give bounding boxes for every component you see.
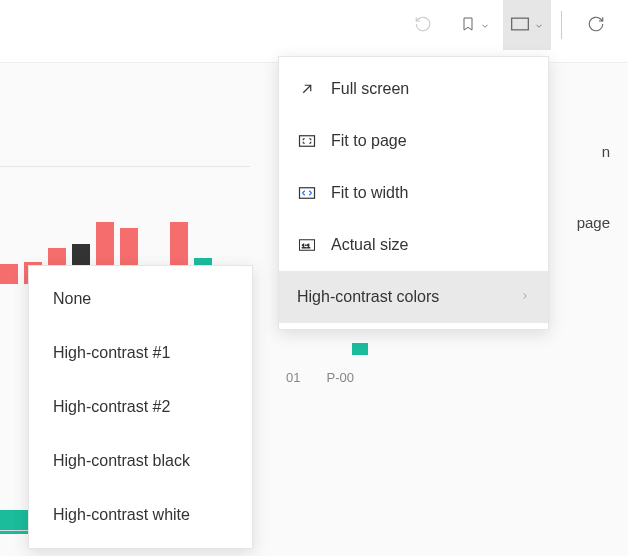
view-menu: Full screen Fit to page Fit to width 1:1… [278, 56, 549, 330]
page-view-icon [510, 16, 530, 35]
menu-label: Actual size [331, 236, 408, 254]
separator [561, 11, 562, 39]
hc-option-none[interactable]: None [29, 272, 252, 326]
hc-option-1[interactable]: High-contrast #1 [29, 326, 252, 380]
menu-label: High-contrast black [53, 452, 190, 470]
chevron-down-icon [480, 17, 490, 34]
svg-text:1:1: 1:1 [302, 243, 311, 249]
refresh-button[interactable] [572, 0, 620, 50]
menu-item-high-contrast[interactable]: High-contrast colors [279, 271, 548, 323]
menu-label: High-contrast #2 [53, 398, 170, 416]
hc-option-black[interactable]: High-contrast black [29, 434, 252, 488]
full-screen-icon [297, 79, 317, 99]
menu-label: None [53, 290, 91, 308]
menu-item-fit-to-page[interactable]: Fit to page [279, 115, 548, 167]
axis-label: 01 [286, 370, 300, 385]
chevron-right-icon [520, 288, 530, 306]
menu-label: High-contrast #1 [53, 344, 170, 362]
hc-option-white[interactable]: High-contrast white [29, 488, 252, 542]
refresh-icon [587, 15, 605, 36]
view-button[interactable] [503, 0, 551, 50]
reset-button[interactable] [399, 0, 447, 50]
menu-label: Fit to width [331, 184, 408, 202]
axis-labels: 01 P-00 [286, 370, 354, 385]
menu-label: High-contrast colors [297, 288, 439, 306]
svg-rect-1 [300, 136, 315, 147]
reset-icon [414, 15, 432, 36]
actual-size-icon: 1:1 [297, 235, 317, 255]
menu-item-fit-to-width[interactable]: Fit to width [279, 167, 548, 219]
svg-rect-0 [512, 18, 529, 30]
svg-rect-2 [300, 188, 315, 199]
fit-to-page-icon [297, 131, 317, 151]
chart-bar [0, 264, 18, 284]
fit-to-width-icon [297, 183, 317, 203]
hc-option-2[interactable]: High-contrast #2 [29, 380, 252, 434]
menu-label: High-contrast white [53, 506, 190, 524]
menu-item-actual-size[interactable]: 1:1 Actual size [279, 219, 548, 271]
menu-label: Fit to page [331, 132, 407, 150]
menu-item-full-screen[interactable]: Full screen [279, 63, 548, 115]
text-fragment: n [602, 143, 610, 160]
divider [0, 166, 250, 167]
menu-label: Full screen [331, 80, 409, 98]
bookmark-icon [460, 14, 476, 37]
high-contrast-submenu: None High-contrast #1 High-contrast #2 H… [28, 265, 253, 549]
text-fragment: page [577, 214, 610, 231]
axis-label: P-00 [326, 370, 353, 385]
toolbar [0, 0, 628, 50]
bookmark-button[interactable] [451, 0, 499, 50]
legend-swatch [352, 343, 368, 355]
chevron-down-icon [534, 17, 544, 34]
